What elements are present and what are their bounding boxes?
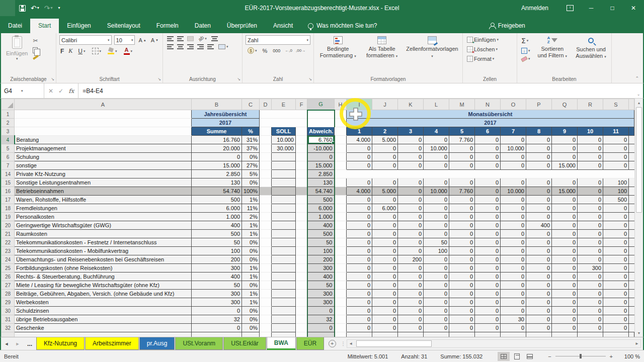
dialog-launcher-icon[interactable]: ↘	[308, 77, 312, 81]
format-painter-button[interactable]	[33, 55, 39, 60]
cell-C26[interactable]: 1%	[242, 273, 260, 281]
ribbon-tab-ansicht[interactable]: Ansicht	[265, 19, 301, 33]
delete-cells-button[interactable]: Löschen▾	[466, 46, 500, 53]
clear-button[interactable]: ▾	[520, 56, 531, 61]
horizontal-scroll-thumb[interactable]	[356, 340, 432, 347]
sheet-tab-arbeitszimmer[interactable]: Arbeitszimmer	[85, 337, 139, 350]
select-all-corner[interactable]	[2, 99, 15, 110]
cell-month7-row20[interactable]: 0	[501, 221, 526, 230]
cell-month8-row19[interactable]: 0	[526, 213, 552, 221]
cell[interactable]	[629, 281, 634, 290]
align-bottom-button[interactable]	[187, 36, 194, 41]
cell-month6-row16[interactable]: 0	[475, 187, 501, 196]
cell[interactable]	[335, 178, 347, 187]
tell-me-box[interactable]: Was möchten Sie tun?	[301, 19, 384, 33]
cell[interactable]	[260, 213, 272, 221]
cell-B16[interactable]: 54.740	[192, 187, 242, 196]
cell[interactable]	[372, 170, 398, 178]
cell-month11-row26[interactable]: 0	[603, 273, 629, 281]
cell-A28[interactable]: Beiträge, Gebühren, Abgaben, Versich. (o…	[15, 290, 192, 298]
cell-month2-row24[interactable]: 0	[372, 255, 398, 264]
cell[interactable]	[449, 170, 475, 178]
cell-month8-row28[interactable]: 0	[526, 290, 552, 298]
cell-month2-row30[interactable]: 0	[372, 307, 398, 315]
cell[interactable]	[578, 170, 603, 178]
cell-A31[interactable]: übrige Betriebsausgaben	[15, 315, 192, 324]
cell-E30[interactable]	[272, 307, 296, 315]
cell-G29[interactable]: 300	[307, 298, 335, 307]
cell-month6-row27[interactable]: 0	[475, 281, 501, 290]
cell[interactable]	[296, 144, 307, 153]
zoom-out-button[interactable]: −	[548, 353, 551, 359]
cell-month8-row4[interactable]: 0	[526, 136, 552, 144]
cell-C17[interactable]: 1%	[242, 196, 260, 204]
cell-month5-row23[interactable]: 0	[449, 247, 475, 255]
cell[interactable]	[629, 204, 634, 213]
cell-month8-row26[interactable]: 0	[526, 273, 552, 281]
row-header-23[interactable]: 23	[2, 247, 15, 255]
cell-E5[interactable]: 30.000	[272, 144, 296, 153]
ribbon-display-options-button[interactable]: ↑	[559, 0, 581, 16]
cell[interactable]	[296, 213, 307, 221]
cell[interactable]	[629, 170, 634, 178]
row-header-1[interactable]: 1	[2, 110, 15, 119]
cell[interactable]	[15, 127, 192, 136]
cell-month5-row19[interactable]: 0	[449, 213, 475, 221]
cell[interactable]	[335, 144, 347, 153]
cell-month4-row31[interactable]: 0	[424, 315, 449, 324]
cell-E27[interactable]	[272, 281, 296, 290]
cell-month9-row27[interactable]: 0	[552, 281, 578, 290]
cell[interactable]	[335, 281, 347, 290]
row-header-30[interactable]: 30	[2, 307, 15, 315]
cell-month5-row24[interactable]: 0	[449, 255, 475, 264]
cell-month10-row19[interactable]: 0	[578, 213, 603, 221]
cell-G26[interactable]: 400	[307, 273, 335, 281]
cell-B23[interactable]: 100	[192, 247, 242, 255]
cell-month11-row17[interactable]: 500	[603, 196, 629, 204]
row-header-31[interactable]: 31	[2, 315, 15, 324]
cell[interactable]	[296, 170, 307, 178]
cell-month8-row25[interactable]: 0	[526, 264, 552, 273]
cell-month10-row26[interactable]: 0	[578, 273, 603, 281]
vertical-scroll-thumb[interactable]	[636, 107, 642, 213]
cell[interactable]	[296, 307, 307, 315]
ribbon-tab-seitenlayout[interactable]: Seitenlayout	[99, 19, 148, 33]
cell-month8-row15[interactable]: 0	[526, 178, 552, 187]
row-header-22[interactable]: 22	[2, 238, 15, 247]
cell[interactable]	[260, 230, 272, 238]
confirm-entry-button[interactable]: ✓	[58, 87, 63, 95]
cell-A4[interactable]: Beratung	[15, 136, 192, 144]
find-select-button[interactable]: Suchen und Auswählen ▾	[574, 35, 608, 74]
cell-month4-row20[interactable]: 0	[424, 221, 449, 230]
cell[interactable]	[272, 119, 296, 127]
cell-C24[interactable]: 0%	[242, 255, 260, 264]
scroll-right-icon[interactable]: ►	[633, 341, 640, 346]
format-as-table-button[interactable]: Als Tabelle formatieren ▾	[362, 35, 402, 74]
cell-month8-row7[interactable]: 0	[526, 161, 552, 170]
cell-G4-selected[interactable]: 6.760	[307, 136, 335, 144]
sheet-tab-pr.ausg[interactable]: pr.Ausg	[139, 337, 175, 350]
cell-A24[interactable]: Übernachtungs- und Reisenebenkosten bei …	[15, 255, 192, 264]
cell[interactable]	[260, 178, 272, 187]
cell-month7-row6[interactable]: 0	[501, 153, 526, 161]
paste-button[interactable]: Einfügen ▾	[4, 35, 30, 74]
cell[interactable]	[629, 273, 634, 281]
cell[interactable]	[629, 153, 634, 161]
column-header-Q[interactable]: Q	[552, 99, 578, 110]
cell-month6-row28[interactable]: 0	[475, 290, 501, 298]
column-header-D[interactable]: D	[260, 99, 272, 110]
column-header-E[interactable]: E	[272, 99, 296, 110]
cell-month8-row22[interactable]: 0	[526, 238, 552, 247]
cell-C6[interactable]: 0%	[242, 153, 260, 161]
cell[interactable]	[335, 315, 347, 324]
cell-month8-row21[interactable]: 0	[526, 230, 552, 238]
cell-G25[interactable]: 300	[307, 264, 335, 273]
cell-month5-row28[interactable]: 0	[449, 290, 475, 298]
cell-month3-row28[interactable]: 0	[398, 290, 424, 298]
cell-C32[interactable]: 0%	[242, 324, 260, 332]
zoom-slider-thumb[interactable]	[580, 354, 582, 358]
cell[interactable]	[629, 324, 634, 332]
orientation-button[interactable]: ab▾	[197, 35, 208, 42]
cell-month4-row6[interactable]: 0	[424, 153, 449, 161]
row-header-2[interactable]: 2	[2, 119, 15, 127]
